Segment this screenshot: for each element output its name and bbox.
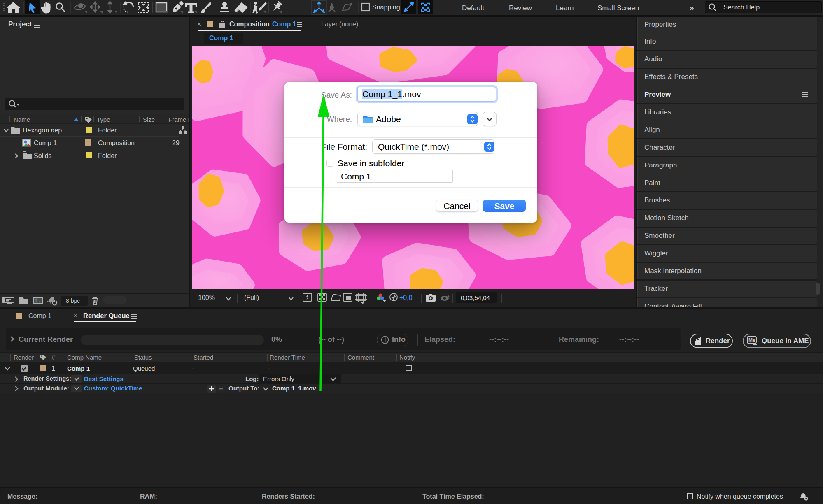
svg-text:Me: Me [748,337,755,343]
